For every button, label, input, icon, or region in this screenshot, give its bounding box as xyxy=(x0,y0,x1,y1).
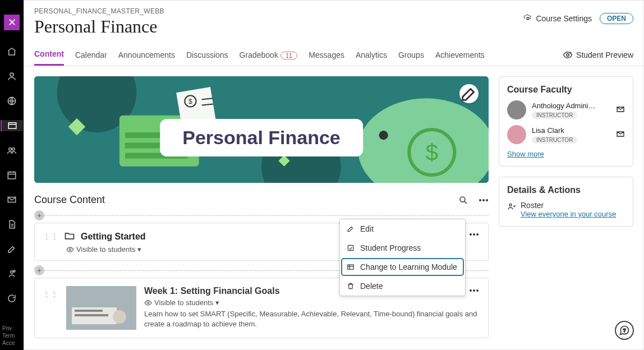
svg-point-41 xyxy=(147,302,149,304)
svg-point-3 xyxy=(9,148,12,151)
item-description: Learn how to set SMART (Specific, Measur… xyxy=(144,309,480,329)
svg-point-43 xyxy=(473,289,475,292)
roster-view-link[interactable]: View everyone in your course xyxy=(521,210,616,218)
message-faculty-button[interactable] xyxy=(616,105,625,116)
profile-icon[interactable] xyxy=(1,71,23,82)
progress-icon xyxy=(347,244,355,252)
help-button[interactable]: ? xyxy=(615,321,634,340)
edit-banner-button[interactable] xyxy=(459,84,479,103)
faculty-row: Lisa Clark INSTRUCTOR xyxy=(507,125,625,144)
svg-point-31 xyxy=(470,233,472,236)
svg-rect-2 xyxy=(8,123,16,129)
document-icon[interactable] xyxy=(1,219,23,230)
student-preview-button[interactable]: Student Preview xyxy=(563,50,633,66)
svg-point-44 xyxy=(476,289,479,292)
status-badge[interactable]: OPEN xyxy=(600,13,633,24)
svg-point-0 xyxy=(10,73,13,76)
pencil-icon xyxy=(459,84,479,103)
content-item-getting-started: ⋮⋮ Getting Started Visible to students ▾ xyxy=(34,223,489,261)
item-thumbnail xyxy=(66,286,136,330)
svg-point-28 xyxy=(482,199,485,201)
close-icon[interactable]: ✕ xyxy=(4,15,20,30)
messages-icon[interactable] xyxy=(1,194,23,205)
item-title[interactable]: Getting Started xyxy=(81,232,146,242)
svg-point-7 xyxy=(11,271,13,274)
item-context-menu: Edit Student Progress Change to Learning… xyxy=(339,219,466,296)
svg-point-30 xyxy=(69,248,71,251)
rail-footer: Priv Term Acce xyxy=(2,325,15,347)
tab-messages[interactable]: Messages xyxy=(309,50,344,65)
item-more-button[interactable] xyxy=(467,227,481,240)
tab-achievements[interactable]: Achievements xyxy=(435,50,485,65)
section-more-button[interactable] xyxy=(479,199,489,202)
chevron-down-icon: ▾ xyxy=(215,298,219,307)
faculty-name: Lisa Clark xyxy=(532,126,577,135)
svg-point-32 xyxy=(473,233,475,236)
svg-point-10 xyxy=(567,53,569,56)
institution-icon[interactable] xyxy=(1,46,23,57)
chevron-down-icon: ▾ xyxy=(137,245,141,254)
svg-rect-39 xyxy=(75,314,108,316)
folder-icon xyxy=(64,230,75,243)
tab-announcements[interactable]: Announcements xyxy=(118,50,175,65)
message-faculty-button[interactable] xyxy=(616,130,625,140)
avatar xyxy=(507,100,526,119)
tab-discussions[interactable]: Discussions xyxy=(186,50,228,65)
edit-icon[interactable] xyxy=(1,243,23,255)
roster-icon xyxy=(507,202,516,213)
tab-groups[interactable]: Groups xyxy=(398,50,424,65)
admin-icon[interactable] xyxy=(1,268,23,279)
svg-point-45 xyxy=(509,204,512,206)
tab-analytics[interactable]: Analytics xyxy=(356,50,387,65)
gradebook-count: 11 xyxy=(280,52,297,59)
roster-label: Roster xyxy=(521,201,616,210)
banner-title: Personal Finance xyxy=(160,119,363,156)
item-more-button[interactable] xyxy=(467,283,481,296)
details-title: Details & Actions xyxy=(507,185,625,195)
tab-content[interactable]: Content xyxy=(34,49,64,66)
eye-icon xyxy=(144,299,152,307)
menu-edit[interactable]: Edit xyxy=(340,219,465,238)
faculty-row: Anthology Adminis... INSTRUCTOR xyxy=(507,100,625,119)
add-item-button[interactable]: + xyxy=(34,265,44,275)
globe-icon[interactable] xyxy=(1,95,23,107)
tab-gradebook[interactable]: Gradebook11 xyxy=(240,50,298,65)
refresh-icon[interactable] xyxy=(1,293,23,304)
gear-icon xyxy=(523,14,532,23)
visibility-toggle[interactable]: Visible to students ▾ xyxy=(144,298,480,307)
faculty-panel: Course Faculty Anthology Adminis... INST… xyxy=(499,76,633,167)
trash-icon xyxy=(347,282,355,290)
show-more-link[interactable]: Show more xyxy=(507,150,625,158)
nav-rail: ✕ Priv Term Acce xyxy=(0,0,24,350)
courses-icon[interactable] xyxy=(1,120,23,131)
drag-handle-icon[interactable]: ⋮⋮ xyxy=(43,232,58,241)
pencil-icon xyxy=(347,225,355,233)
course-settings-link[interactable]: Course Settings xyxy=(523,14,592,23)
menu-student-progress[interactable]: Student Progress xyxy=(340,238,465,257)
menu-delete[interactable]: Delete xyxy=(340,277,465,296)
main-panel: PERSONAL_FINANCE_MASTER_WEBB Personal Fi… xyxy=(24,0,644,350)
svg-rect-5 xyxy=(8,172,16,179)
svg-point-9 xyxy=(527,17,529,20)
menu-change-learning-module[interactable]: Change to Learning Module xyxy=(342,259,463,275)
course-banner: $ $ Personal Finance xyxy=(34,76,489,183)
role-badge: INSTRUCTOR xyxy=(532,136,577,144)
svg-point-40 xyxy=(113,310,126,324)
calendar-icon[interactable] xyxy=(1,169,23,181)
svg-rect-34 xyxy=(348,245,353,250)
drag-handle-icon[interactable]: ⋮⋮ xyxy=(43,289,58,298)
section-title: Course Content xyxy=(34,194,105,206)
svg-point-29 xyxy=(486,199,488,201)
search-button[interactable] xyxy=(458,195,468,205)
svg-point-42 xyxy=(470,289,472,292)
add-item-button[interactable]: + xyxy=(34,210,44,220)
svg-rect-38 xyxy=(75,310,103,312)
groups-icon[interactable] xyxy=(1,145,23,156)
tab-calendar[interactable]: Calendar xyxy=(75,50,107,65)
avatar xyxy=(507,125,526,144)
module-icon xyxy=(347,263,355,271)
svg-point-8 xyxy=(13,270,15,272)
svg-point-33 xyxy=(476,233,479,236)
faculty-name: Anthology Adminis... xyxy=(532,102,596,110)
help-icon: ? xyxy=(619,325,630,336)
